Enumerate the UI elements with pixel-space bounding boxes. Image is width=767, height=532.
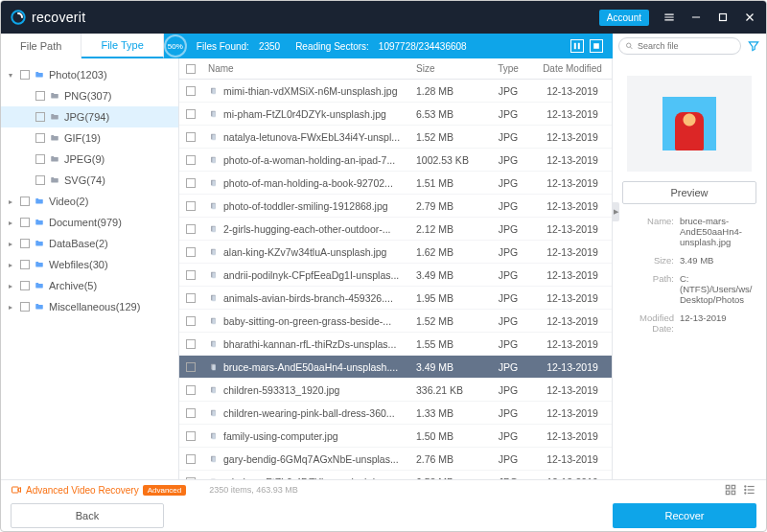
file-row[interactable]: photo-of-man-holding-a-book-92702... 1.5… [179, 172, 612, 195]
sidebar-item[interactable]: ▸Miscellaneous(129) [1, 296, 178, 317]
file-row[interactable]: bharathi-kannan-rfL-thiRzDs-unsplas... 1… [179, 333, 612, 356]
checkbox[interactable] [20, 197, 30, 206]
sidebar-item[interactable]: ▸Video(2) [1, 191, 178, 212]
file-row[interactable]: photo-of-toddler-smiling-1912868.jpg 2.7… [179, 195, 612, 218]
expand-arrow-icon[interactable]: ▸ [9, 303, 16, 312]
close-icon[interactable] [743, 11, 756, 24]
tab-file-type[interactable]: File Type [81, 34, 163, 58]
file-row[interactable]: gary-bendig-6GMq7AGxNbE-unsplas... 2.76 … [179, 448, 612, 471]
collapse-preview-button[interactable]: ▶ [613, 202, 619, 221]
file-row[interactable]: mimi-thian-vdXMSiX-n6M-unsplash.jpg 1.28… [179, 80, 612, 103]
file-date: 12-13-2019 [533, 154, 612, 166]
sidebar-item[interactable]: ▸Document(979) [1, 212, 178, 233]
sidebar-sub-item[interactable]: JPG(794) [1, 106, 178, 127]
account-button[interactable]: Account [599, 10, 649, 26]
checkbox[interactable] [186, 385, 196, 395]
expand-arrow-icon[interactable]: ▸ [9, 282, 16, 290]
svg-rect-20 [212, 157, 215, 163]
checkbox[interactable] [186, 247, 196, 257]
sidebar-sub-item[interactable]: JPEG(9) [1, 149, 178, 170]
sidebar-item[interactable]: ▸Webfiles(30) [1, 254, 178, 275]
pause-scan-button[interactable] [570, 39, 584, 53]
filter-icon[interactable] [747, 39, 760, 53]
checkbox[interactable] [20, 70, 30, 80]
file-row[interactable]: andrii-podilnyk-CFpfEeaDg1I-unsplas... 3… [179, 264, 612, 287]
checkbox[interactable] [35, 91, 45, 101]
recover-button[interactable]: Recover [613, 503, 756, 528]
checkbox[interactable] [186, 477, 196, 480]
sidebar-label: Photo(1203) [49, 69, 107, 81]
column-name[interactable]: Name [202, 63, 416, 74]
expand-arrow-icon[interactable]: ▸ [9, 240, 16, 248]
tab-file-path[interactable]: File Path [1, 34, 81, 58]
search-input-wrapper[interactable] [618, 37, 741, 55]
column-size[interactable]: Size [416, 63, 483, 74]
menu-icon[interactable] [662, 11, 676, 24]
back-button[interactable]: Back [11, 503, 164, 528]
minimize-icon[interactable] [689, 11, 703, 24]
checkbox[interactable] [186, 408, 196, 418]
sidebar-item[interactable]: ▸Archive(5) [1, 275, 178, 296]
file-row[interactable]: animals-avian-birds-branch-459326.... 1.… [179, 287, 612, 310]
file-row[interactable]: 2-girls-hugging-each-other-outdoor-... 2… [179, 218, 612, 241]
file-row[interactable]: alan-king-KZv7w34tluA-unsplash.jpg 1.62 … [179, 241, 612, 264]
checkbox[interactable] [20, 281, 30, 290]
select-all-checkbox[interactable] [186, 64, 196, 74]
list-view-icon[interactable] [743, 483, 756, 497]
file-type: JPG [483, 85, 533, 97]
advanced-video-recovery-link[interactable]: Advanced Video Recovery Advanced [11, 484, 186, 496]
expand-arrow-icon[interactable]: ▸ [9, 197, 16, 206]
file-list-header: Name Size Type Date Modified [179, 58, 612, 80]
checkbox[interactable] [20, 260, 30, 269]
sidebar-item[interactable]: ▾Photo(1203) [1, 64, 178, 85]
svg-rect-22 [212, 180, 215, 186]
checkbox[interactable] [186, 109, 196, 119]
column-date[interactable]: Date Modified [533, 63, 612, 74]
checkbox[interactable] [35, 154, 45, 164]
sidebar-sub-item[interactable]: SVG(74) [1, 170, 178, 191]
file-row[interactable]: mi-pham-FtZL0r4DZYk-unsplash.jpg 6.53 MB… [179, 471, 612, 479]
stop-scan-button[interactable] [590, 39, 603, 53]
file-type: JPG [483, 269, 533, 281]
file-row[interactable]: photo-of-a-woman-holding-an-ipad-7... 10… [179, 149, 612, 172]
checkbox[interactable] [186, 178, 196, 188]
checkbox[interactable] [186, 454, 196, 464]
file-row[interactable]: bruce-mars-AndE50aaHn4-unsplash.... 3.49… [179, 356, 612, 379]
file-row[interactable]: children-593313_1920.jpg 336.21 KB JPG 1… [179, 379, 612, 402]
expand-arrow-icon[interactable]: ▸ [9, 219, 16, 227]
checkbox[interactable] [186, 362, 196, 372]
sidebar-sub-item[interactable]: PNG(307) [1, 85, 178, 106]
checkbox[interactable] [186, 155, 196, 165]
checkbox[interactable] [20, 218, 30, 227]
checkbox[interactable] [186, 339, 196, 349]
checkbox[interactable] [186, 293, 196, 303]
grid-view-icon[interactable] [724, 483, 737, 497]
checkbox[interactable] [186, 132, 196, 142]
file-date: 12-13-2019 [533, 246, 612, 258]
file-row[interactable]: baby-sitting-on-green-grass-beside-... 1… [179, 310, 612, 333]
file-row[interactable]: children-wearing-pink-ball-dress-360... … [179, 402, 612, 425]
maximize-icon[interactable] [716, 11, 730, 24]
checkbox[interactable] [186, 270, 196, 280]
sidebar-label: Miscellaneous(129) [49, 301, 140, 312]
column-type[interactable]: Type [483, 63, 533, 74]
checkbox[interactable] [186, 316, 196, 326]
preview-button[interactable]: Preview [622, 181, 756, 204]
checkbox[interactable] [186, 224, 196, 234]
file-row[interactable]: family-using-computer.jpg 1.50 MB JPG 12… [179, 425, 612, 448]
file-row[interactable]: mi-pham-FtZL0r4DZYk-unsplash.jpg 6.53 MB… [179, 103, 612, 126]
search-input[interactable] [638, 41, 734, 51]
checkbox[interactable] [35, 175, 45, 185]
checkbox[interactable] [186, 201, 196, 211]
checkbox[interactable] [35, 133, 45, 143]
file-row[interactable]: natalya-letunova-FWxEbL34i4Y-unspl... 1.… [179, 126, 612, 149]
sidebar-item[interactable]: ▸DataBase(2) [1, 233, 178, 254]
checkbox[interactable] [35, 112, 45, 122]
checkbox[interactable] [20, 239, 30, 248]
expand-arrow-icon[interactable]: ▸ [9, 261, 16, 269]
checkbox[interactable] [186, 431, 196, 441]
sidebar-sub-item[interactable]: GIF(19) [1, 127, 178, 149]
checkbox[interactable] [186, 86, 196, 96]
expand-arrow-icon[interactable]: ▾ [9, 71, 16, 80]
checkbox[interactable] [20, 302, 30, 312]
